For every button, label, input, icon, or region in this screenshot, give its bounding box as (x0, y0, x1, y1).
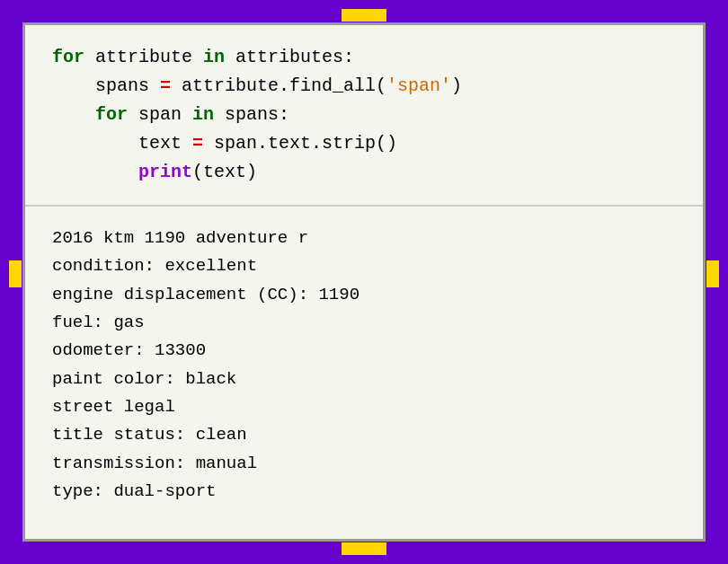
data-line-5: paint color: black (52, 366, 676, 393)
yellow-accent-left (9, 260, 22, 287)
data-line-2: engine displacement (CC): 1190 (52, 281, 676, 309)
data-line-9: type: dual-sport (52, 478, 676, 506)
code-line-5: print(text) (52, 158, 676, 187)
code-line-1: for attribute in attributes: (52, 43, 676, 72)
data-line-0: 2016 ktm 1190 adventure r (52, 225, 676, 252)
main-content: for attribute in attributes: spans = att… (22, 22, 706, 542)
data-line-1: condition: excellent (52, 252, 676, 280)
yellow-accent-bottom-right (360, 542, 386, 555)
yellow-accent-right (706, 260, 719, 287)
data-line-6: street legal (52, 393, 676, 421)
data-section: 2016 ktm 1190 adventure r condition: exc… (25, 207, 703, 539)
code-section: for attribute in attributes: spans = att… (25, 25, 703, 207)
outer-border: for attribute in attributes: spans = att… (9, 9, 719, 555)
code-line-4: text = span.text.strip() (52, 129, 676, 158)
yellow-accent-top-right (360, 9, 386, 22)
data-line-8: transmission: manual (52, 450, 676, 478)
code-line-3: for span in spans: (52, 101, 676, 129)
code-line-2: spans = attribute.find_all('span') (52, 72, 676, 101)
data-line-4: odometer: 13300 (52, 337, 676, 365)
data-line-7: title status: clean (52, 421, 676, 449)
data-line-3: fuel: gas (52, 309, 676, 337)
